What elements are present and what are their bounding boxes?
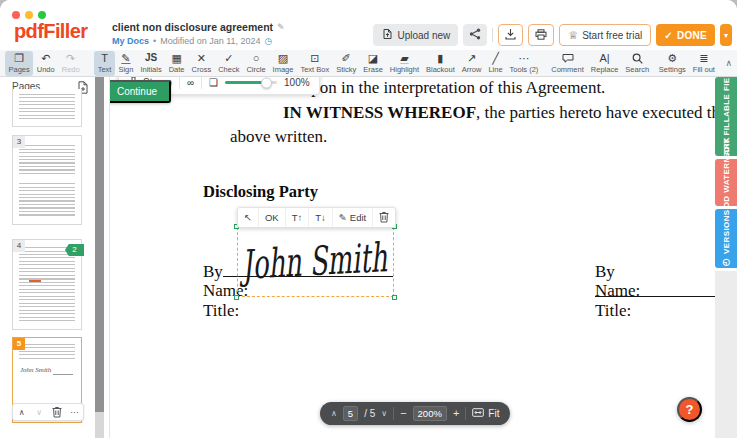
traffic-light-close[interactable]	[12, 11, 20, 19]
search-button[interactable]: Search	[622, 51, 653, 76]
divider	[393, 407, 394, 420]
toolbar-group-left: ❐ Pages ↶ Undo ↷ Redo	[5, 50, 83, 76]
page-thumbnail-4[interactable]: 4 2	[12, 239, 82, 330]
traffic-light-zoom[interactable]	[38, 11, 46, 19]
pages-button[interactable]: ❐ Pages	[5, 51, 33, 76]
date-button[interactable]: ▦ Date	[165, 51, 188, 76]
divider	[179, 77, 180, 89]
divider	[465, 407, 466, 420]
trash-icon[interactable]	[48, 404, 66, 420]
initials-icon: JS	[145, 52, 157, 64]
replace-button[interactable]: A| Replace	[587, 51, 622, 76]
pages-icon: ❐	[14, 52, 24, 64]
thumbnail-content	[19, 344, 75, 361]
panel-scrollbar[interactable]	[95, 77, 104, 438]
help-button[interactable]: ?	[677, 397, 702, 422]
erase-icon: ◪	[368, 52, 378, 64]
tools-button[interactable]: ⋯ Tools (2)	[506, 51, 542, 76]
comment-icon	[562, 52, 574, 64]
opacity-slider[interactable]	[225, 81, 277, 84]
ok-button[interactable]: OK	[258, 208, 285, 227]
font-decrease-button[interactable]: T↓	[308, 208, 332, 227]
cross-button[interactable]: ✕ Cross	[188, 51, 215, 76]
redo-button[interactable]: ↷ Redo	[58, 51, 83, 76]
comment-button[interactable]: Comment	[548, 51, 588, 76]
thumbnail-content	[19, 247, 75, 323]
edit-pencil-icon[interactable]: ✎	[277, 22, 285, 32]
circle-button[interactable]: ○ Circle	[243, 51, 269, 76]
sticky-button[interactable]: ✐ Sticky	[333, 51, 360, 76]
divider	[201, 77, 202, 89]
tab-add-watermark[interactable]: ◈ ADD WATERMARK	[715, 159, 737, 206]
fit-icon	[472, 408, 484, 419]
drag-handle[interactable]: ↖	[238, 208, 258, 227]
settings-button[interactable]: ⚙ Settings	[655, 51, 689, 76]
page-thumbnail-partial[interactable]	[12, 89, 82, 127]
link-icon: ∞	[187, 77, 194, 88]
toolbar-group-right: Comment A| Replace Search	[548, 50, 653, 76]
right-tab-column: ✎ EDIT FILLABLE FIELDS ◈ ADD WATERMARK ◷…	[715, 77, 737, 438]
zoom-level-value[interactable]: 200%	[413, 406, 447, 421]
next-page-button[interactable]: ∨	[381, 409, 387, 418]
settings-icon: ⚙	[667, 52, 677, 64]
move-page-up-button[interactable]: ∧	[13, 404, 31, 420]
textbox-icon: ⊡	[310, 52, 319, 64]
copy-button[interactable]: ❏	[209, 77, 218, 88]
arrow-button[interactable]: ↗ Arrow	[458, 51, 485, 76]
redo-icon: ↷	[66, 52, 75, 64]
signature-toolbar: ↖ OK T↑ T↓ ✎ Edit	[237, 207, 396, 228]
link-button[interactable]: ∞	[187, 77, 194, 88]
download-button[interactable]	[498, 24, 523, 46]
blackout-icon: ▮	[437, 52, 443, 64]
font-increase-button[interactable]: T↑	[285, 208, 309, 227]
trash-icon	[379, 211, 389, 225]
fit-button[interactable]: Fit	[472, 408, 499, 419]
print-button[interactable]	[528, 24, 554, 46]
check-button[interactable]: ✓ Check	[215, 51, 243, 76]
done-button[interactable]: ✓ DONE	[656, 24, 715, 46]
caret-down-icon: ▾	[724, 31, 728, 40]
image-button[interactable]: ▨ Image	[269, 51, 297, 76]
text-button[interactable]: T Text	[94, 51, 115, 76]
header-actions: Upload new ♕ Start free trial ✓ DONE ▾	[373, 24, 732, 46]
initials-button[interactable]: JS Initials	[137, 51, 165, 76]
textbox-button[interactable]: ⊡ Text Box	[297, 51, 333, 76]
erase-button[interactable]: ◪ Erase	[360, 51, 387, 76]
edit-signature-button[interactable]: ✎ Edit	[332, 208, 372, 227]
fillable-fields-count-badge: 2	[65, 244, 84, 256]
current-page-input[interactable]: 5	[343, 406, 358, 421]
continue-button[interactable]: Continue	[110, 80, 171, 103]
sign-button[interactable]: ✎ Sign	[115, 51, 137, 76]
slider-thumb[interactable]	[261, 77, 272, 88]
page-number-badge: 3	[13, 136, 25, 148]
total-pages-label: / 5	[364, 408, 375, 419]
highlight-button[interactable]: ▰ Highlight	[386, 51, 422, 76]
my-docs-link[interactable]: My Docs	[112, 36, 149, 46]
highlight-mark	[29, 280, 41, 282]
zoom-in-button[interactable]: +	[453, 408, 459, 419]
previous-page-button[interactable]: ∧	[331, 409, 337, 418]
traffic-light-minimize[interactable]	[25, 11, 33, 19]
share-button[interactable]	[463, 24, 487, 46]
signature-selection-box[interactable]: John Smith	[237, 227, 394, 297]
done-dropdown-button[interactable]: ▾	[720, 24, 732, 46]
move-page-down-button[interactable]: ∨	[31, 404, 49, 420]
fillout-button[interactable]: ≣ Fill out	[689, 51, 718, 76]
pdffiller-logo[interactable]: pdfFiller	[14, 20, 88, 43]
upload-new-button[interactable]: Upload new	[373, 24, 458, 46]
modified-label: Modified on Jan 11, 2024	[160, 36, 260, 46]
zoom-out-button[interactable]: −	[400, 408, 406, 419]
more-page-actions-button[interactable]: ⋯	[66, 404, 84, 420]
tab-versions[interactable]: ◷ VERSIONS	[715, 209, 737, 268]
undo-button[interactable]: ↶ Undo	[33, 51, 58, 76]
line-button[interactable]: ╱ Line	[485, 51, 506, 76]
blackout-button[interactable]: ▮ Blackout	[423, 51, 459, 76]
app-window: pdfFiller client non disclosure agreemen…	[0, 0, 737, 438]
delete-signature-button[interactable]	[372, 208, 395, 227]
collapse-icon[interactable]: ∧	[725, 58, 732, 68]
opacity-value: 100%	[284, 77, 310, 88]
page-thumbnail-3[interactable]: 3	[12, 135, 82, 225]
resize-handle-bottom-right[interactable]	[392, 295, 397, 300]
start-free-trial-button[interactable]: ♕ Start free trial	[559, 24, 651, 46]
scrollbar-thumb[interactable]	[95, 77, 104, 412]
